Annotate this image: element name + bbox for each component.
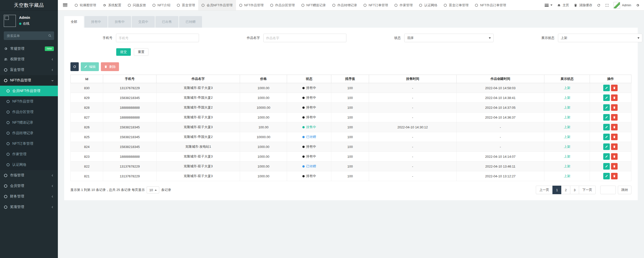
bulk-edit-button[interactable]: 编辑 bbox=[81, 62, 99, 71]
column-header[interactable]: 排序值 bbox=[331, 75, 369, 83]
sidebar-subitem[interactable]: 作家管理 bbox=[0, 149, 58, 160]
page-button-3[interactable]: 3 bbox=[570, 186, 579, 194]
status-select[interactable]: 选择 bbox=[404, 34, 494, 42]
fullscreen-button[interactable] bbox=[605, 4, 609, 7]
bulk-delete-button[interactable]: 删除 bbox=[101, 62, 119, 71]
column-header[interactable]: 操作 bbox=[590, 75, 631, 83]
sidebar-item[interactable]: NFT作品管理 bbox=[0, 75, 58, 86]
delete-button[interactable] bbox=[611, 163, 618, 170]
edit-button[interactable] bbox=[603, 114, 610, 121]
sidebar-subitem[interactable]: NFT赠送记录 bbox=[0, 117, 58, 128]
column-header[interactable]: 作品名字 bbox=[156, 75, 240, 83]
artwork-name-input[interactable] bbox=[263, 34, 346, 42]
delete-button[interactable] bbox=[611, 153, 618, 160]
edit-button[interactable] bbox=[603, 134, 610, 140]
display-status-link[interactable]: 上架 bbox=[564, 106, 570, 109]
tab-2[interactable]: 挂售中 bbox=[108, 16, 131, 28]
topnav-item[interactable]: 轮播图管理 bbox=[71, 0, 99, 10]
display-status-link[interactable]: 上架 bbox=[564, 135, 570, 139]
table-row[interactable]: 827 18888888888 克隆城市-双子大厦3 1000.00 持有中 1… bbox=[71, 113, 631, 122]
sidebar-item[interactable]: 市场管理 bbox=[0, 170, 58, 181]
sidebar-subitem[interactable]: NFT订单管理 bbox=[0, 138, 58, 149]
column-header[interactable]: 状态 bbox=[287, 75, 331, 83]
edit-button[interactable] bbox=[603, 153, 610, 160]
topnav-item[interactable]: 作品转增记录 bbox=[329, 0, 360, 10]
display-status-link[interactable]: 上架 bbox=[564, 145, 570, 148]
sidebar-item[interactable]: 会员管理 bbox=[0, 181, 58, 191]
table-row[interactable]: 823 18888888888 克隆城市-双子大厦3 1000.00 持有中 1… bbox=[71, 152, 631, 162]
sidebar-item[interactable]: 盲盒管理 bbox=[0, 65, 58, 75]
prev-page-button[interactable]: 上一页 bbox=[536, 186, 553, 194]
table-row[interactable]: 826 15838218345 克隆城市-双子大厦3 100.00 挂售中 10… bbox=[71, 122, 631, 132]
edit-button[interactable] bbox=[603, 173, 610, 179]
topnav-item[interactable]: NFT作品管理 bbox=[236, 0, 267, 10]
next-page-button[interactable]: 下一页 bbox=[579, 186, 596, 194]
jump-page-input[interactable] bbox=[600, 186, 616, 194]
page-size-select[interactable]: 10 bbox=[147, 186, 159, 193]
user-menu[interactable]: Admin bbox=[614, 2, 631, 9]
display-status-link[interactable]: 上架 bbox=[564, 115, 570, 119]
topnav-item[interactable]: 会员NFT作品管理 bbox=[198, 0, 236, 10]
topnav-item[interactable]: NFT作品订单管理 bbox=[472, 0, 509, 10]
sidebar-subitem[interactable]: 作品转增记录 bbox=[0, 128, 58, 138]
sidebar-item[interactable]: 财务管理 bbox=[0, 191, 58, 202]
edit-button[interactable] bbox=[603, 143, 610, 150]
topnav-item[interactable]: NFT订单管理 bbox=[360, 0, 391, 10]
column-header[interactable]: 价格 bbox=[240, 75, 287, 83]
topnav-item[interactable]: 系统配置 bbox=[99, 0, 125, 10]
topnav-item[interactable]: 认证网络 bbox=[416, 0, 440, 10]
topnav-item[interactable]: NFT赠送记录 bbox=[298, 0, 329, 10]
table-row[interactable]: 825 15838218345 克隆城市-帝国大厦2 10000.00 已转赠 … bbox=[71, 132, 631, 142]
display-status-link[interactable]: 上架 bbox=[564, 154, 570, 158]
display-status-link[interactable]: 上架 bbox=[564, 96, 570, 99]
sidebar-item[interactable]: 奖项管理 bbox=[0, 202, 58, 212]
table-row[interactable]: 829 15838218345 克隆城市-帝国大厦2 1000.00 持有中 1… bbox=[71, 93, 631, 103]
delete-button[interactable] bbox=[611, 134, 618, 140]
sidebar-toggle-icon[interactable] bbox=[63, 4, 67, 7]
tab-4[interactable]: 已出售 bbox=[155, 16, 178, 28]
page-button-2[interactable]: 2 bbox=[561, 186, 570, 194]
submit-button[interactable]: 提交 bbox=[116, 48, 131, 56]
display-status-link[interactable]: 上架 bbox=[564, 174, 570, 178]
nav-list-dropdown[interactable] bbox=[545, 4, 552, 7]
tab-3[interactable]: 交易中 bbox=[132, 16, 155, 28]
page-button-1[interactable]: 1 bbox=[552, 186, 561, 194]
sidebar-subitem[interactable]: NFT作品管理 bbox=[0, 96, 58, 107]
topnav-item[interactable]: 盲盒订单管理 bbox=[440, 0, 472, 10]
delete-button[interactable] bbox=[611, 94, 618, 101]
tab-1[interactable]: 持有中 bbox=[85, 16, 107, 28]
column-header[interactable]: 挂售时间 bbox=[369, 75, 456, 83]
display-status-link[interactable]: 上架 bbox=[564, 125, 570, 129]
delete-button[interactable] bbox=[611, 124, 618, 130]
column-header[interactable]: Id bbox=[71, 75, 103, 83]
edit-button[interactable] bbox=[603, 124, 610, 130]
reset-button[interactable]: 重置 bbox=[134, 48, 148, 56]
settings-button[interactable] bbox=[636, 4, 639, 7]
table-row[interactable]: 828 18888888888 克隆城市-帝国大厦2 10000.00 持有中 … bbox=[71, 103, 631, 113]
refresh-table-button[interactable] bbox=[70, 62, 79, 71]
display-status-link[interactable]: 上架 bbox=[564, 164, 570, 168]
column-header[interactable]: 作品创建时间 bbox=[456, 75, 544, 83]
column-header[interactable]: 展示状态 bbox=[544, 75, 590, 83]
topnav-item[interactable]: 作家管理 bbox=[391, 0, 416, 10]
topnav-item[interactable]: 盲盒管理 bbox=[174, 0, 198, 10]
tab-0[interactable]: 全部 bbox=[64, 16, 84, 28]
table-row[interactable]: 830 13137678229 克隆城市-双子大厦3 1000.00 持有中 1… bbox=[71, 83, 631, 93]
phone-input[interactable] bbox=[116, 34, 199, 42]
tab-5[interactable]: 已转赠 bbox=[179, 16, 202, 28]
sidebar-item[interactable]: 权限管理 bbox=[0, 54, 58, 65]
topnav-item[interactable]: NFT介绍 bbox=[149, 0, 174, 10]
display-status-select[interactable]: 上架 bbox=[558, 34, 642, 42]
edit-button[interactable] bbox=[603, 94, 610, 101]
delete-button[interactable] bbox=[611, 114, 618, 121]
edit-button[interactable] bbox=[603, 104, 610, 111]
table-row[interactable]: 821 13137678229 克隆城市-双子大厦3 1000.00 持有中 1… bbox=[71, 171, 631, 181]
column-header[interactable]: 手机号 bbox=[103, 75, 156, 83]
display-status-link[interactable]: 上架 bbox=[564, 86, 570, 90]
table-row[interactable]: 822 13137678229 克隆城市-双子大厦3 1000.00 已转赠 1… bbox=[71, 162, 631, 171]
edit-button[interactable] bbox=[603, 85, 610, 91]
clear-cache-link[interactable]: 清除缓存 bbox=[574, 3, 592, 8]
delete-button[interactable] bbox=[611, 85, 618, 91]
delete-button[interactable] bbox=[611, 143, 618, 150]
delete-button[interactable] bbox=[611, 104, 618, 111]
